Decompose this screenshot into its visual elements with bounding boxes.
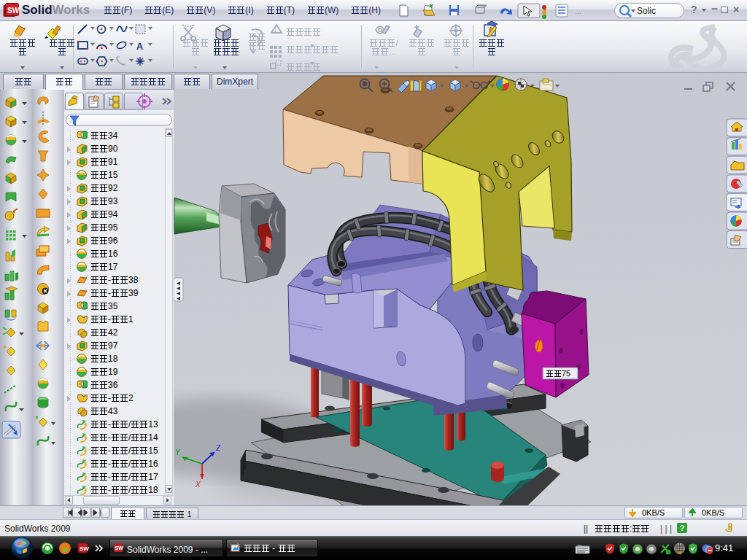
svg-text:A: A xyxy=(136,41,144,52)
svg-text:!: ! xyxy=(274,26,276,34)
svg-text:SW: SW xyxy=(7,7,20,15)
svg-text:SW: SW xyxy=(115,545,124,551)
svg-text:SW: SW xyxy=(80,545,89,552)
svg-text:X: X xyxy=(195,481,201,489)
svg-text:...: ... xyxy=(575,7,581,15)
svg-text:key: key xyxy=(578,544,582,547)
svg-text:Z: Z xyxy=(215,444,221,452)
